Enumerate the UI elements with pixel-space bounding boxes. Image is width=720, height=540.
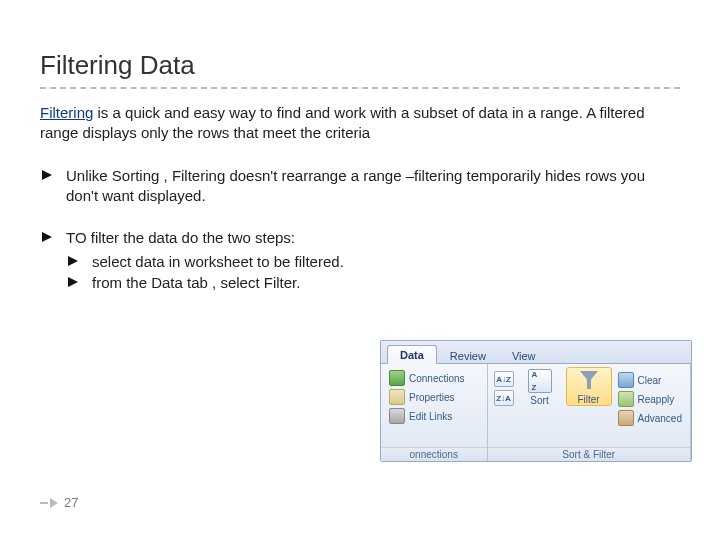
group-content: Connections Properties Edit Links: [387, 367, 481, 447]
slide-title: Filtering Data: [40, 50, 680, 81]
ribbon-group-connections: Connections Properties Edit Links onnect…: [381, 364, 488, 462]
sort-button[interactable]: Sort: [518, 367, 562, 406]
ribbon-snippet: Data Review View Connections Properties: [380, 340, 692, 462]
connections-list: Connections Properties Edit Links: [387, 367, 467, 425]
slide-number-dash: [40, 502, 48, 504]
ribbon-tab-data[interactable]: Data: [387, 345, 437, 364]
filter-options: Clear Reapply Advanced: [616, 367, 684, 427]
sort-label: Sort: [530, 395, 548, 406]
clear-button[interactable]: Clear: [616, 371, 684, 389]
bullet-list: Unlike Sorting , Filtering doesn't rearr…: [40, 166, 680, 293]
ribbon-group-sort-filter: A↓Z Z↓A Sort Filter Clear: [488, 364, 691, 462]
intro-paragraph: Filtering is a quick and easy way to fin…: [40, 103, 680, 144]
intro-keyword: Filtering: [40, 104, 93, 121]
bullet-item: TO filter the data do the two steps: sel…: [40, 228, 680, 293]
properties-button[interactable]: Properties: [387, 388, 467, 406]
advanced-button[interactable]: Advanced: [616, 409, 684, 427]
reapply-icon: [618, 391, 634, 407]
group-label-connections: onnections: [381, 447, 487, 462]
slide-number-arrow-icon: [50, 498, 58, 508]
ribbon-tab-review[interactable]: Review: [437, 346, 499, 364]
edit-links-label: Edit Links: [409, 411, 452, 422]
sub-bullet-text: select data in worksheet to be filtered.: [92, 253, 344, 270]
sort-icon: [528, 369, 552, 393]
ribbon-tab-view[interactable]: View: [499, 346, 549, 364]
bullet-item: Unlike Sorting , Filtering doesn't rearr…: [40, 166, 680, 207]
sub-bullet-list: select data in worksheet to be filtered.…: [66, 252, 680, 293]
reapply-button[interactable]: Reapply: [616, 390, 684, 408]
intro-rest: is a quick and easy way to find and work…: [40, 104, 645, 141]
group-content: A↓Z Z↓A Sort Filter Clear: [494, 367, 684, 447]
clear-icon: [618, 372, 634, 388]
advanced-icon: [618, 410, 634, 426]
sub-bullet-text: from the Data tab , select Filter.: [92, 274, 300, 291]
connections-button[interactable]: Connections: [387, 369, 467, 387]
filter-label: Filter: [577, 394, 599, 405]
bullet-lead: TO filter the data do the two steps:: [66, 229, 295, 246]
bullet-text: Unlike Sorting , Filtering doesn't rearr…: [66, 167, 645, 204]
advanced-label: Advanced: [638, 413, 682, 424]
edit-links-icon: [389, 408, 405, 424]
slide: Filtering Data Filtering is a quick and …: [0, 0, 720, 540]
sub-bullet-item: select data in worksheet to be filtered.: [66, 252, 680, 272]
sort-az-button[interactable]: A↓Z: [494, 371, 514, 387]
connections-icon: [389, 370, 405, 386]
slide-number: 27: [64, 495, 78, 510]
sub-bullet-item: from the Data tab , select Filter.: [66, 273, 680, 293]
ribbon-tabstrip: Data Review View: [381, 341, 691, 364]
filter-button[interactable]: Filter: [566, 367, 612, 406]
funnel-icon: [578, 370, 600, 392]
properties-icon: [389, 389, 405, 405]
edit-links-button[interactable]: Edit Links: [387, 407, 467, 425]
ribbon-body: Connections Properties Edit Links onnect…: [381, 364, 691, 462]
clear-label: Clear: [638, 375, 662, 386]
properties-label: Properties: [409, 392, 455, 403]
connections-label: Connections: [409, 373, 465, 384]
sort-za-button[interactable]: Z↓A: [494, 390, 514, 406]
sort-shortcuts: A↓Z Z↓A: [494, 367, 514, 406]
reapply-label: Reapply: [638, 394, 675, 405]
slide-number-wrap: 27: [40, 495, 78, 510]
group-label-sort-filter: Sort & Filter: [488, 447, 690, 462]
title-divider: [40, 87, 680, 89]
